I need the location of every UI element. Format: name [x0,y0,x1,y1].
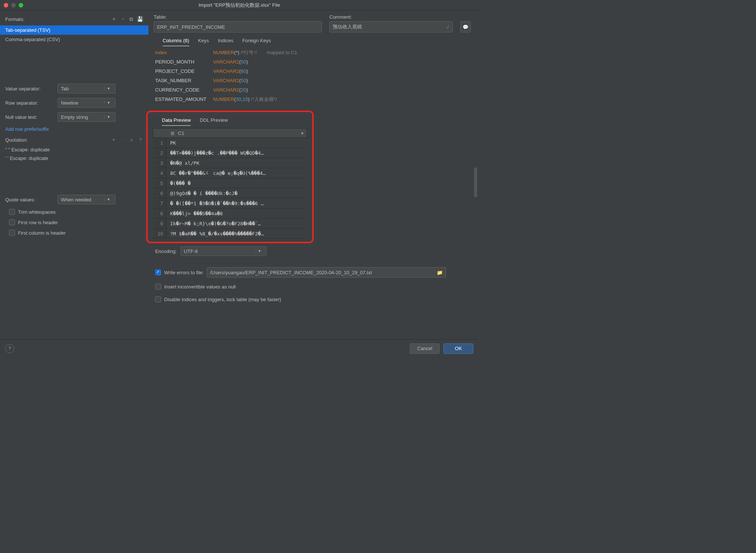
browse-folder-icon[interactable]: 📁 [437,270,443,275]
minimize-window-button[interactable] [11,3,16,7]
cell-value: � �([��*1 �3�O�i�`��h�9:�s���6 … [166,201,307,206]
row-number: 4 [153,168,166,178]
copy-format-icon[interactable]: ⧉ [129,16,133,22]
preview-table: ▥ C1 ◆ 1PK2��T<���)j���z�c .��P��� WQ�QD… [153,128,307,239]
tab-columns[interactable]: Columns (6) [163,38,189,46]
column-name: PERIOD_MONTH [155,57,213,67]
column-name: CURRENCY_CODE [155,85,213,95]
value-separator-select[interactable]: Tab ▼ [58,84,116,93]
encoding-select[interactable]: UTF-8 ▼ [181,246,267,256]
row-number: 8 [153,208,166,218]
column-type: NUMBER [213,96,234,102]
error-file-path-input[interactable]: /Users/yuangao/ERP_INIT_PREDICT_INCOME_2… [207,267,446,278]
window-controls [4,3,23,7]
tab-foreign-keys[interactable]: Foreign Keys [242,38,271,46]
column-comment: /*入账金额*/ [250,96,277,102]
first-row-header-checkbox[interactable] [9,219,15,225]
formats-toolbar: ＋ － ⧉ 💾 [111,16,143,22]
table-row[interactable]: 2��T<���)j���z�c .��P��� WQ�QD�4… [153,148,307,158]
table-name-input[interactable]: ERP_INIT_PREDICT_INCOME [154,21,322,33]
format-item-tsv[interactable]: Tab-separated (TSV) [0,25,148,35]
left-panel: Formats: ＋ － ⧉ 💾 Tab-separated (TSV) Com… [0,10,148,339]
column-row[interactable]: indexNUMBER(*) /*行号*/mapped to C1 [155,48,473,57]
table-row[interactable]: 5 �(��� � [153,178,307,188]
trim-whitespaces-label: Trim whitespaces [18,209,56,215]
quote-values-label: Quote values: [5,197,54,203]
column-row[interactable]: CURRENCY_CODEVARCHAR2(20) [155,85,473,95]
cell-value: ��T<���)j���z�c .��P��� WQ�QD�4… [166,150,307,156]
chevron-down-icon: ▼ [105,115,112,119]
column-row[interactable]: TASK_NUMBERVARCHAR2(50) [155,76,473,85]
column-row[interactable]: ESTIMATED_AMOUNTNUMBER(30,15) /*入账金额*/ [155,95,473,104]
window-title: Import "ERP预估初始化数据.xlsx" File [0,2,479,9]
table-row[interactable]: 10?M $�aR�� %8_�/�xs����%�����F2�… [153,229,307,239]
close-window-button[interactable] [4,3,8,7]
trim-whitespaces-checkbox[interactable] [9,209,15,215]
quotation-item[interactable]: " " Escape: duplicate [0,145,148,154]
preview-column-header[interactable]: ▥ C1 ◆ [167,130,307,136]
dialog-footer: ? Cancel OK [0,339,479,357]
disable-indices-label: Disable indices and triggers, lock table… [164,297,281,302]
cell-value: �N�@ xl/PK [166,160,307,166]
titlebar: Import "ERP预估初始化数据.xlsx" File [0,0,479,10]
row-number: 6 [153,188,166,198]
quotation-item[interactable]: ' ' Escape: duplicate [0,154,148,163]
table-row[interactable]: 1PK [153,138,307,148]
comment-input[interactable]: 预估收入底稿 ⤢ [329,21,453,33]
row-number: 2 [153,148,166,158]
column-icon: ▥ [170,131,176,136]
table-row[interactable]: 6@)9gOd� � í ����Uk:�cJ� [153,188,307,198]
insert-null-checkbox[interactable] [155,284,161,290]
column-row[interactable]: PERIOD_MONTHVARCHAR2(50) [155,57,473,67]
tab-data-preview[interactable]: Data Preview [162,117,191,126]
remove-format-icon[interactable]: － [120,16,126,22]
add-format-icon[interactable]: ＋ [111,16,117,22]
row-separator-select[interactable]: Newline ▼ [58,98,116,108]
cell-value: �(��� � [166,180,307,186]
table-row[interactable]: 3�N�@ xl/PK [153,158,307,168]
row-number: 3 [153,158,166,168]
help-button[interactable]: ? [5,344,14,353]
first-column-header-checkbox[interactable] [9,230,15,236]
schema-tabs: Columns (6) Keys Indices Foreign Keys [163,38,473,46]
column-row[interactable]: PROJECT_CODEVARCHAR2(60) [155,67,473,76]
first-row-header-label: First row is header [18,220,58,225]
value-separator-label: Value separator: [5,86,54,92]
row-number: 5 [153,178,166,188]
cell-value: PK [166,140,307,146]
row-number: 10 [153,229,166,238]
tab-keys[interactable]: Keys [198,38,209,46]
add-prefix-suffix-link[interactable]: Add row prefix/suffix [0,124,148,134]
table-row[interactable]: 9Ik�r~M� k;R}\o�)�G�?o�F28�H��`… [153,219,307,229]
table-label: Table: [154,14,322,20]
quote-values-select[interactable]: When needed ▼ [58,195,116,204]
column-mapping: mapped to C1 [267,50,297,55]
table-row[interactable]: 7� �([��*1 �3�O�i�`��h�9:�s���6 … [153,198,307,208]
quotation-label: Quotation: [5,137,28,143]
column-name: TASK_NUMBER [155,76,213,85]
column-comment: /*行号*/ [239,50,257,55]
encoding-label: Encoding: [155,248,177,254]
first-column-header-label: First column is header [18,230,66,236]
scrollbar-thumb[interactable] [474,167,477,197]
zoom-window-button[interactable] [19,3,23,7]
format-item-csv[interactable]: Comma-separated (CSV) [0,35,148,44]
write-errors-checkbox[interactable] [155,269,161,275]
expand-icon[interactable]: ⤢ [446,25,449,30]
add-quotation-icon[interactable]: ＋ [111,136,116,143]
tab-indices[interactable]: Indices [218,38,233,46]
save-format-icon: 💾 [137,16,143,22]
comment-bubble-icon[interactable]: 💬 [460,21,471,33]
cancel-button[interactable]: Cancel [410,343,440,354]
sort-icon[interactable]: ◆ [301,131,304,135]
table-row[interactable]: 8K���lj> ���S��4a�8 [153,208,307,219]
move-down-icon: ▼ [138,136,143,143]
ok-button[interactable]: OK [443,343,473,354]
table-row[interactable]: 48C ��r�^���&ಽ ca@� e;�q�U(%���4… [153,168,307,178]
preview-panel: Data Preview DDL Preview ▥ C1 ◆ 1PK2��T<… [146,111,314,243]
disable-indices-checkbox[interactable] [155,296,161,302]
null-value-select[interactable]: Empty string ▼ [58,112,116,122]
tab-ddl-preview[interactable]: DDL Preview [200,117,228,126]
cell-value: K���lj> ���S��4a�8 [166,211,307,216]
quotation-toolbar: ＋ － ▲ ▼ [111,136,143,143]
